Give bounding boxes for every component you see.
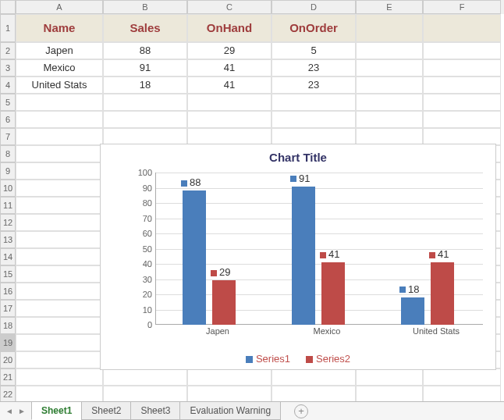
cell[interactable]	[16, 265, 103, 283]
chart-bar[interactable]: 41	[321, 262, 345, 325]
cell[interactable]	[103, 94, 187, 111]
row-header[interactable]: 6	[0, 111, 16, 128]
cell[interactable]	[272, 386, 356, 403]
col-header-D[interactable]: D	[272, 0, 356, 14]
table-data-cell[interactable]: 23	[272, 59, 356, 77]
row-header[interactable]: 11	[0, 197, 16, 214]
cell[interactable]	[272, 368, 356, 386]
row-header[interactable]: 22	[0, 386, 16, 403]
sheet-tab[interactable]: Sheet2	[81, 402, 131, 420]
cell[interactable]	[187, 368, 272, 386]
chart-bar[interactable]: 88	[183, 190, 206, 325]
cell[interactable]	[16, 334, 103, 351]
cell[interactable]	[423, 368, 501, 386]
col-header-A[interactable]: A	[16, 0, 103, 14]
cell[interactable]	[356, 368, 423, 386]
table-data-cell[interactable]: 18	[103, 77, 187, 94]
table-header-cell[interactable]: Sales	[103, 14, 187, 42]
cell[interactable]	[103, 128, 187, 145]
row-header[interactable]: 19	[0, 334, 16, 351]
cell[interactable]	[16, 214, 103, 231]
row-header[interactable]: 3	[0, 59, 16, 77]
cell[interactable]	[103, 368, 187, 386]
col-header-B[interactable]: B	[103, 0, 187, 14]
cell[interactable]	[103, 111, 187, 128]
table-data-cell[interactable]: Japen	[16, 42, 103, 59]
cell[interactable]	[272, 128, 356, 145]
cell[interactable]	[103, 386, 187, 403]
table-data-cell[interactable]: 91	[103, 59, 187, 77]
cell[interactable]	[16, 248, 103, 265]
chart-bar[interactable]: 41	[431, 262, 454, 325]
cell[interactable]	[423, 77, 501, 94]
row-header[interactable]: 15	[0, 265, 16, 283]
cell[interactable]	[423, 42, 501, 59]
cell[interactable]	[16, 368, 103, 386]
row-header[interactable]: 20	[0, 351, 16, 368]
col-header-C[interactable]: C	[187, 0, 272, 14]
cell[interactable]	[356, 386, 423, 403]
cell[interactable]	[356, 42, 423, 59]
cell[interactable]	[272, 94, 356, 111]
row-header[interactable]: 10	[0, 180, 16, 197]
cell[interactable]	[16, 300, 103, 317]
cell[interactable]	[187, 128, 272, 145]
cell[interactable]	[16, 162, 103, 180]
embedded-chart[interactable]: Chart Title 0102030405060708090100 88299…	[100, 144, 496, 370]
cell[interactable]	[356, 14, 423, 42]
tab-next-icon[interactable]: ►	[18, 407, 26, 415]
cell[interactable]	[423, 128, 501, 145]
row-header[interactable]: 21	[0, 368, 16, 386]
cell[interactable]	[356, 94, 423, 111]
legend-item[interactable]: Series1	[246, 353, 290, 365]
cell[interactable]	[16, 197, 103, 214]
cell[interactable]	[16, 145, 103, 162]
sheet-tab[interactable]: Sheet1	[31, 402, 82, 420]
cell[interactable]	[187, 386, 272, 403]
cell[interactable]	[16, 111, 103, 128]
table-data-cell[interactable]: Mexico	[16, 59, 103, 77]
cell[interactable]	[423, 14, 501, 42]
row-header[interactable]: 7	[0, 128, 16, 145]
table-data-cell[interactable]: 41	[187, 77, 272, 94]
cell[interactable]	[423, 94, 501, 111]
add-sheet-button[interactable]: +	[294, 404, 308, 418]
col-header-E[interactable]: E	[356, 0, 423, 14]
cell[interactable]	[16, 128, 103, 145]
table-header-cell[interactable]: OnOrder	[272, 14, 356, 42]
row-header[interactable]: 2	[0, 42, 16, 59]
row-header[interactable]: 14	[0, 248, 16, 265]
chart-bar[interactable]: 29	[212, 280, 236, 325]
cell[interactable]	[423, 59, 501, 77]
table-data-cell[interactable]: 23	[272, 77, 356, 94]
row-header[interactable]: 9	[0, 162, 16, 180]
row-header[interactable]: 5	[0, 94, 16, 111]
cell[interactable]	[356, 59, 423, 77]
row-header[interactable]: 1	[0, 14, 16, 42]
cell[interactable]	[16, 283, 103, 300]
select-all-corner[interactable]	[0, 0, 16, 14]
row-header[interactable]: 17	[0, 300, 16, 317]
cell[interactable]	[16, 231, 103, 248]
cell[interactable]	[187, 111, 272, 128]
cell[interactable]	[423, 386, 501, 403]
table-data-cell[interactable]: United Stats	[16, 77, 103, 94]
row-header[interactable]: 8	[0, 145, 16, 162]
table-header-cell[interactable]: OnHand	[187, 14, 272, 42]
tab-prev-icon[interactable]: ◄	[5, 407, 13, 415]
sheet-tab[interactable]: Evaluation Warning	[179, 402, 281, 420]
row-header[interactable]: 18	[0, 317, 16, 334]
cell[interactable]	[16, 317, 103, 334]
row-header[interactable]: 16	[0, 283, 16, 300]
cell[interactable]	[16, 94, 103, 111]
cell[interactable]	[423, 111, 501, 128]
legend-item[interactable]: Series2	[306, 353, 350, 365]
row-header[interactable]: 12	[0, 214, 16, 231]
cell[interactable]	[16, 351, 103, 368]
table-data-cell[interactable]: 41	[187, 59, 272, 77]
cell[interactable]	[272, 111, 356, 128]
chart-bar[interactable]: 18	[401, 297, 424, 325]
cell[interactable]	[16, 386, 103, 403]
cell[interactable]	[356, 128, 423, 145]
cell[interactable]	[16, 180, 103, 197]
